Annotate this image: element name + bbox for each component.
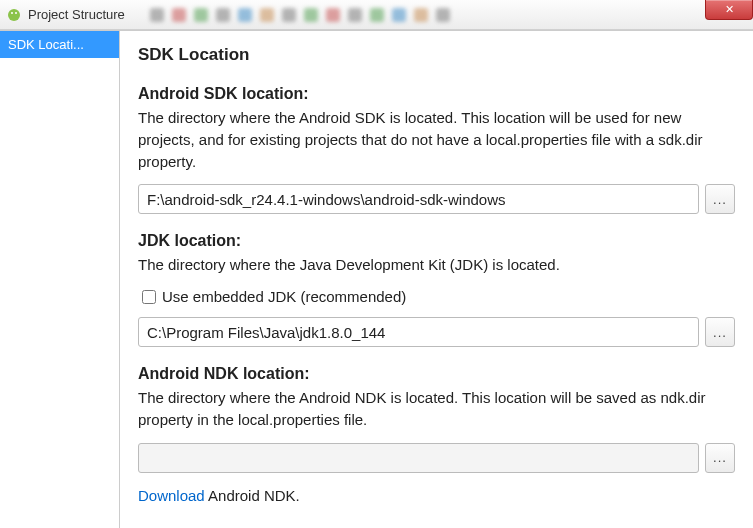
ndk-path-input[interactable] (138, 443, 699, 473)
page-title: SDK Location (138, 45, 735, 65)
jdk-embedded-label: Use embedded JDK (recommended) (162, 288, 406, 305)
jdk-input-row: ... (138, 317, 735, 347)
jdk-browse-button[interactable]: ... (705, 317, 735, 347)
sdk-heading: Android SDK location: (138, 85, 735, 103)
ndk-description: The directory where the Android NDK is l… (138, 387, 735, 431)
download-ndk-link[interactable]: Download (138, 487, 205, 504)
sdk-description: The directory where the Android SDK is l… (138, 107, 735, 172)
sidebar: SDK Locati... (0, 31, 120, 528)
download-ndk-rest: Android NDK. (205, 487, 300, 504)
jdk-description: The directory where the Java Development… (138, 254, 735, 276)
jdk-embedded-checkbox-row[interactable]: Use embedded JDK (recommended) (142, 288, 735, 305)
sdk-input-row: ... (138, 184, 735, 214)
svg-point-0 (8, 9, 20, 21)
ndk-heading: Android NDK location: (138, 365, 735, 383)
ndk-download-text: Download Android NDK. (138, 487, 735, 504)
sidebar-item-sdk-location[interactable]: SDK Locati... (0, 31, 119, 58)
sdk-browse-button[interactable]: ... (705, 184, 735, 214)
sidebar-item-label: SDK Locati... (8, 37, 84, 52)
titlebar: Project Structure ✕ (0, 0, 753, 30)
jdk-embedded-checkbox[interactable] (142, 290, 156, 304)
titlebar-background-blur (150, 2, 693, 27)
sdk-path-input[interactable] (138, 184, 699, 214)
ndk-input-row: ... (138, 443, 735, 473)
ndk-browse-button[interactable]: ... (705, 443, 735, 473)
body-area: SDK Locati... SDK Location Android SDK l… (0, 30, 753, 528)
svg-point-2 (15, 12, 17, 14)
svg-point-1 (11, 12, 13, 14)
window-close-button[interactable]: ✕ (705, 0, 753, 20)
jdk-heading: JDK location: (138, 232, 735, 250)
content-panel: SDK Location Android SDK location: The d… (120, 31, 753, 528)
app-icon (6, 7, 22, 23)
jdk-path-input[interactable] (138, 317, 699, 347)
window-title: Project Structure (28, 7, 125, 22)
